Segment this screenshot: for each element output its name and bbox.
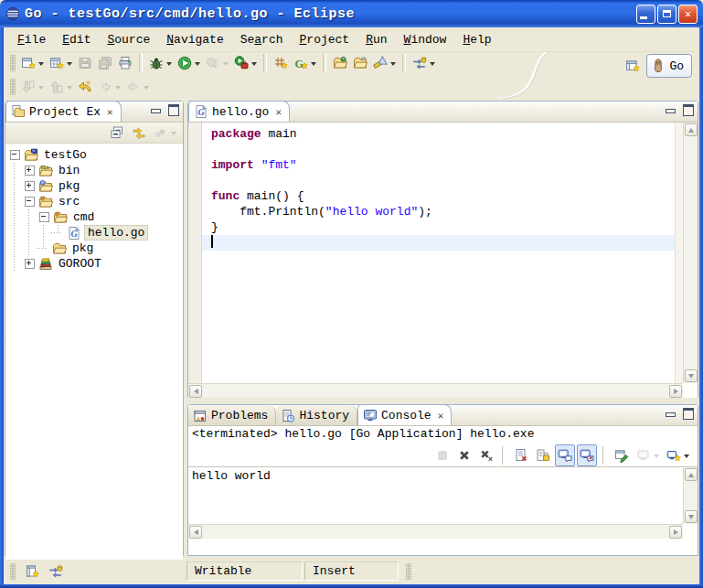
- expand-icon[interactable]: [25, 181, 35, 191]
- code-line[interactable]: [202, 142, 676, 157]
- maximize-button[interactable]: [657, 5, 676, 24]
- collapse-icon[interactable]: [25, 197, 35, 207]
- menu-window[interactable]: Window: [396, 30, 455, 49]
- maximize-editor-button[interactable]: [682, 104, 694, 114]
- collapse-icon[interactable]: [10, 150, 20, 160]
- close-button[interactable]: ✕: [678, 5, 698, 24]
- code-line[interactable]: }: [202, 219, 676, 235]
- save-all-button[interactable]: [95, 52, 115, 74]
- tab-history[interactable]: History: [276, 406, 357, 425]
- scroll-down-button[interactable]: [685, 369, 698, 382]
- code-line-current[interactable]: [202, 235, 698, 251]
- debug-button[interactable]: [146, 52, 175, 74]
- code-area[interactable]: package mainimport "fmt"func main() { fm…: [202, 126, 676, 383]
- dropdown-arrow-icon[interactable]: [67, 62, 72, 69]
- toolbar-drag-handle[interactable]: [10, 55, 16, 71]
- tree-item-pkg[interactable]: pkg: [7, 241, 181, 256]
- editor-body[interactable]: package mainimport "fmt"func main() { fm…: [188, 123, 698, 398]
- previous-annotation-button[interactable]: [47, 76, 75, 98]
- show-stderr-toggle[interactable]: [577, 444, 597, 466]
- dropdown-arrow-icon[interactable]: [654, 454, 659, 461]
- view-menu-button[interactable]: [151, 122, 179, 144]
- run-button[interactable]: [175, 52, 203, 74]
- scroll-left-button[interactable]: [189, 526, 202, 539]
- dropdown-arrow-icon[interactable]: [223, 62, 229, 69]
- tab-console[interactable]: Console ✕: [357, 404, 452, 425]
- print-button[interactable]: [115, 52, 135, 74]
- new-go-wizard-button[interactable]: [47, 52, 75, 74]
- display-console-button[interactable]: [634, 444, 662, 466]
- dropdown-arrow-icon[interactable]: [166, 62, 172, 69]
- minimize-editor-button[interactable]: [665, 104, 676, 114]
- go-perspective-button[interactable]: Go: [646, 54, 692, 78]
- tree-item-pkg[interactable]: pkg: [7, 178, 181, 194]
- tree-item-goroot[interactable]: GOROOT: [7, 256, 181, 272]
- maximize-view-button[interactable]: [167, 104, 179, 114]
- close-view-icon[interactable]: ✕: [438, 410, 444, 422]
- search-button[interactable]: [370, 52, 399, 74]
- dropdown-arrow-icon[interactable]: [390, 62, 396, 69]
- dropdown-arrow-icon[interactable]: [195, 62, 200, 69]
- console-horizontal-scrollbar[interactable]: [188, 524, 683, 539]
- menu-help[interactable]: Help: [454, 30, 499, 49]
- collapse-icon[interactable]: [39, 212, 49, 222]
- tab-problems[interactable]: Problems: [188, 406, 276, 425]
- project-explorer-tab[interactable]: Project Ex ✕: [5, 101, 122, 122]
- dropdown-arrow-icon[interactable]: [115, 86, 121, 92]
- scroll-right-button[interactable]: [669, 526, 682, 539]
- profile-button[interactable]: [203, 52, 231, 74]
- menu-run[interactable]: Run: [357, 30, 395, 49]
- console-output-area[interactable]: hello world: [188, 466, 698, 539]
- code-line[interactable]: import "fmt": [202, 157, 676, 173]
- dropdown-arrow-icon[interactable]: [38, 62, 44, 69]
- minimize-view-button[interactable]: [665, 408, 676, 418]
- open-folder-button[interactable]: [350, 52, 370, 74]
- sync-button[interactable]: [410, 52, 438, 74]
- code-line[interactable]: func main() {: [202, 188, 676, 204]
- scroll-up-button[interactable]: [685, 468, 698, 481]
- dropdown-arrow-icon[interactable]: [430, 62, 435, 69]
- dropdown-arrow-icon[interactable]: [684, 454, 689, 461]
- close-editor-icon[interactable]: ✕: [275, 106, 282, 118]
- scroll-lock-button[interactable]: [533, 444, 553, 466]
- menu-navigate[interactable]: Navigate: [158, 30, 231, 49]
- new-go-project-button[interactable]: [271, 52, 291, 74]
- code-line[interactable]: [202, 173, 676, 188]
- menu-search[interactable]: Search: [232, 30, 292, 49]
- open-perspective-button[interactable]: [623, 55, 643, 77]
- editor-horizontal-scrollbar[interactable]: [188, 383, 683, 398]
- collapse-all-button[interactable]: [107, 122, 127, 144]
- last-edit-location-button[interactable]: [75, 76, 95, 98]
- status-drag-handle[interactable]: [406, 563, 411, 580]
- new-go-element-button[interactable]: G: [291, 52, 319, 74]
- dropdown-arrow-icon[interactable]: [38, 86, 44, 92]
- save-button[interactable]: [75, 52, 95, 74]
- scroll-left-button[interactable]: [189, 385, 202, 398]
- minimize-button[interactable]: [636, 5, 655, 24]
- editor-tab-hello-go[interactable]: G hello.go ✕: [188, 101, 290, 122]
- tree-item-src[interactable]: src: [7, 194, 181, 209]
- code-line[interactable]: package main: [202, 126, 676, 142]
- next-annotation-button[interactable]: [18, 76, 47, 98]
- sync-fast-view-button[interactable]: [46, 561, 66, 583]
- external-tools-button[interactable]: [231, 52, 260, 74]
- editor-vertical-scrollbar[interactable]: [683, 123, 698, 383]
- pin-console-button[interactable]: [612, 444, 632, 466]
- expand-icon[interactable]: [25, 166, 35, 176]
- scroll-down-button[interactable]: [685, 510, 698, 523]
- vertical-sash[interactable]: [184, 101, 187, 556]
- maximize-view-button[interactable]: [682, 408, 694, 418]
- horizontal-sash[interactable]: [187, 398, 698, 404]
- tree-item-cmd[interactable]: cmd: [7, 209, 181, 225]
- link-with-editor-button[interactable]: [129, 122, 149, 144]
- scroll-up-button[interactable]: [685, 123, 698, 136]
- clear-console-button[interactable]: [511, 444, 531, 466]
- remove-all-launches-button[interactable]: [476, 444, 496, 466]
- fast-view-drag-handle[interactable]: [10, 563, 16, 580]
- menu-file[interactable]: File: [9, 30, 54, 49]
- dropdown-arrow-icon[interactable]: [171, 132, 176, 138]
- menu-source[interactable]: Source: [99, 30, 158, 49]
- toolbar-drag-handle[interactable]: [10, 79, 16, 95]
- scroll-right-button[interactable]: [669, 385, 682, 398]
- minimize-view-button[interactable]: [150, 104, 162, 114]
